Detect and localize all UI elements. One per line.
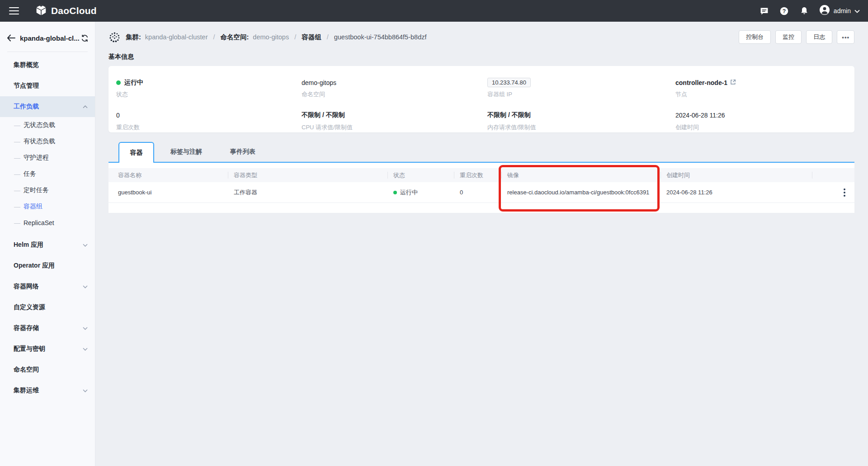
containers-panel: 容器名称 容器类型 状态 重启次数 镜像 创建时间 guestbook-ui 工…: [108, 163, 854, 213]
brand-name: DaoCloud: [51, 5, 97, 16]
sidebar-item-deployments[interactable]: —无状态负载: [0, 117, 95, 133]
breadcrumb-cluster-label: 集群:: [126, 33, 141, 42]
brand[interactable]: DaoCloud: [35, 4, 97, 18]
sidebar-item-helm-apps[interactable]: Helm 应用: [0, 235, 95, 255]
sidebar-item-node-management[interactable]: 节点管理: [0, 75, 95, 96]
tab-events[interactable]: 事件列表: [218, 142, 267, 162]
sidebar-item-jobs[interactable]: —任务: [0, 166, 95, 182]
switch-cluster-icon[interactable]: [81, 34, 89, 42]
sidebar-item-workloads[interactable]: 工作负载: [0, 96, 95, 117]
sidebar-item-cluster-ops[interactable]: 集群运维: [0, 380, 95, 401]
breadcrumb-namespace-label: 命名空间:: [221, 33, 249, 42]
external-link-icon[interactable]: [730, 79, 736, 86]
col-created: 创建时间: [661, 168, 812, 182]
col-restarts: 重启次数: [454, 168, 502, 182]
table-header: 容器名称 容器类型 状态 重启次数 镜像 创建时间: [108, 168, 854, 182]
chevron-down-icon: [854, 7, 860, 15]
field-cpu: 不限制 / 不限制 CPU 请求值/限制值: [302, 111, 487, 133]
sidebar-item-container-storage[interactable]: 容器存储: [0, 318, 95, 339]
chevron-down-icon: [83, 244, 88, 247]
divider: [7, 52, 88, 52]
col-container-name: 容器名称: [108, 168, 228, 182]
sidebar-item-pods[interactable]: —容器组: [0, 198, 95, 215]
sidebar-item-container-network[interactable]: 容器网络: [0, 276, 95, 297]
status-dot: [393, 191, 397, 194]
sidebar-item-custom-resources[interactable]: 自定义资源: [0, 297, 95, 318]
sidebar-item-cronjobs[interactable]: —定时任务: [0, 182, 95, 198]
kpanda-cluster-icon: [108, 31, 121, 43]
sidebar: kpanda-global-cl... 集群概览 节点管理 工作负载 —无状态负…: [0, 22, 95, 466]
chevron-down-icon: [83, 327, 88, 330]
cluster-name: kpanda-global-cl...: [20, 34, 81, 42]
chevron-down-icon: [83, 389, 88, 392]
tab-labels-annotations[interactable]: 标签与注解: [159, 142, 214, 162]
field-memory: 不限制 / 不限制 内存请求值/限制值: [487, 111, 675, 133]
tab-containers[interactable]: 容器: [118, 142, 154, 163]
col-status: 状态: [388, 168, 454, 182]
chevron-down-icon: [83, 285, 88, 288]
chevron-up-icon: [83, 105, 88, 108]
status-dot: [116, 80, 121, 85]
user-menu[interactable]: admin: [819, 5, 860, 17]
sidebar-item-namespaces[interactable]: 命名空间: [0, 359, 95, 380]
cluster-header: kpanda-global-cl...: [0, 30, 95, 46]
daocloud-logo-icon: [35, 4, 47, 18]
monitor-button[interactable]: 监控: [775, 30, 802, 44]
cell-container-name: guestbook-ui: [108, 189, 228, 196]
avatar-icon: [819, 5, 830, 17]
sidebar-item-cluster-overview[interactable]: 集群概览: [0, 55, 95, 75]
field-created: 2024-06-28 11:26 创建时间: [675, 111, 854, 133]
field-status: 运行中 状态: [116, 78, 302, 100]
more-actions-button[interactable]: •••: [837, 30, 854, 44]
breadcrumb-cluster-value[interactable]: kpanda-global-cluster: [145, 33, 208, 41]
breadcrumb-pods[interactable]: 容器组: [302, 33, 321, 42]
username: admin: [834, 7, 851, 14]
cell-container-type: 工作容器: [228, 188, 388, 197]
basic-info-title: 基本信息: [108, 53, 854, 61]
col-container-type: 容器类型: [228, 168, 388, 182]
cell-restarts: 0: [454, 189, 502, 196]
help-icon[interactable]: ?: [779, 6, 789, 16]
table-row: guestbook-ui 工作容器 运行中 0 release-ci.daocl…: [108, 182, 854, 203]
sidebar-item-replicasets[interactable]: —ReplicaSet: [0, 215, 95, 231]
notification-bell-icon[interactable]: [799, 6, 809, 16]
breadcrumb-pod-name: guestbook-ui-754bb864f5-b8dzf: [334, 33, 427, 41]
sidebar-item-operator-apps[interactable]: Operator 应用: [0, 255, 95, 276]
message-icon[interactable]: [760, 6, 769, 16]
field-namespace: demo-gitops 命名空间: [302, 78, 487, 100]
cell-image: release-ci.daocloud.io/amamba-ci/guestbo…: [502, 189, 661, 196]
ip-badge: 10.233.74.80: [487, 78, 531, 87]
sidebar-item-daemonsets[interactable]: —守护进程: [0, 150, 95, 166]
field-restarts: 0 重启次数: [116, 111, 302, 133]
basic-info-card: 运行中 状态 demo-gitops 命名空间 10.233.74.80 容器组…: [108, 66, 854, 132]
sidebar-item-statefulsets[interactable]: —有状态负载: [0, 133, 95, 150]
menu-icon[interactable]: [9, 7, 19, 14]
breadcrumb-namespace-value[interactable]: demo-gitops: [253, 33, 289, 41]
topbar: DaoCloud ?: [0, 0, 868, 22]
svg-text:?: ?: [783, 8, 786, 14]
sidebar-item-config-secrets[interactable]: 配置与密钥: [0, 339, 95, 359]
breadcrumb: 集群: kpanda-global-cluster / 命名空间: demo-g…: [108, 31, 426, 43]
cell-status: 运行中: [388, 188, 454, 197]
console-button[interactable]: 控制台: [739, 30, 771, 44]
field-pod-ip: 10.233.74.80 容器组 IP: [487, 78, 675, 100]
cell-created: 2024-06-28 11:26: [661, 189, 812, 196]
tab-bar: 容器 标签与注解 事件列表: [108, 142, 854, 163]
col-actions: [812, 168, 854, 182]
logs-button[interactable]: 日志: [806, 30, 832, 44]
row-actions-kebab-icon[interactable]: [841, 187, 848, 198]
col-image: 镜像: [502, 168, 661, 182]
field-node: controller-node-1 节点: [675, 78, 854, 100]
chevron-down-icon: [83, 348, 88, 351]
back-arrow-icon[interactable]: [7, 34, 17, 42]
main-content: 集群: kpanda-global-cluster / 命名空间: demo-g…: [95, 22, 868, 466]
